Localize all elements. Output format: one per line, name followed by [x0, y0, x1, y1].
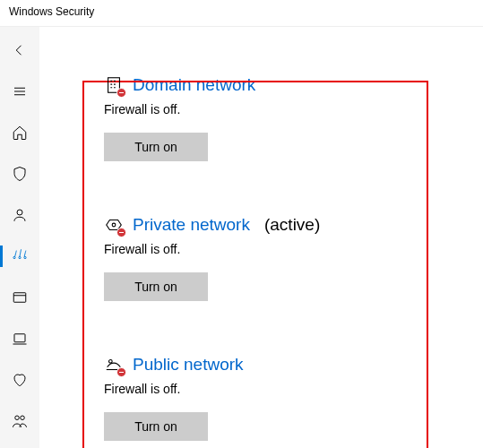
- svg-point-9: [112, 223, 116, 227]
- firewall-icon: [12, 248, 28, 264]
- svg-rect-4: [13, 293, 26, 303]
- menu-button[interactable]: [0, 73, 39, 109]
- main-content: Domain network Firewall is off. Turn on …: [39, 27, 483, 448]
- hamburger-icon: [12, 83, 28, 99]
- sidebar-item-account[interactable]: [0, 197, 39, 233]
- network-section-public: Public network Firewall is off. Turn on: [104, 355, 483, 441]
- sidebar: [0, 27, 39, 448]
- device-security-icon: [12, 331, 28, 347]
- domain-network-link[interactable]: Domain network: [133, 75, 255, 95]
- status-off-icon: [116, 367, 126, 377]
- shield-icon: [12, 166, 28, 182]
- svg-point-7: [21, 416, 25, 420]
- family-icon: [12, 413, 28, 429]
- public-turn-on-button[interactable]: Turn on: [104, 412, 208, 441]
- status-off-icon: [116, 88, 126, 98]
- app-browser-icon: [12, 289, 28, 306]
- private-network-icon: [104, 215, 124, 235]
- svg-point-3: [24, 256, 26, 258]
- sidebar-item-app-browser[interactable]: [0, 280, 39, 315]
- sidebar-item-firewall[interactable]: [0, 238, 39, 274]
- svg-point-2: [19, 256, 21, 258]
- network-section-private: Private network (active) Firewall is off…: [104, 215, 483, 301]
- sidebar-item-device-security[interactable]: [0, 321, 39, 357]
- active-label: (active): [264, 215, 320, 235]
- svg-point-1: [13, 256, 15, 258]
- sidebar-item-home[interactable]: [0, 115, 39, 151]
- svg-point-6: [15, 416, 20, 420]
- heart-icon: [12, 372, 28, 388]
- private-turn-on-button[interactable]: Turn on: [104, 272, 208, 301]
- window-title: Windows Security: [0, 0, 483, 27]
- private-network-link[interactable]: Private network: [133, 215, 250, 235]
- domain-turn-on-button[interactable]: Turn on: [104, 133, 208, 161]
- home-icon: [12, 125, 28, 141]
- domain-status-text: Firewall is off.: [104, 102, 483, 116]
- svg-point-10: [109, 360, 113, 364]
- person-icon: [12, 207, 28, 223]
- sidebar-item-family[interactable]: [0, 403, 39, 439]
- public-status-text: Firewall is off.: [104, 382, 483, 396]
- private-status-text: Firewall is off.: [104, 242, 483, 256]
- back-arrow-icon: [12, 42, 28, 58]
- domain-network-icon: [104, 75, 124, 95]
- svg-point-0: [17, 210, 22, 215]
- back-button[interactable]: [0, 32, 39, 68]
- svg-rect-5: [14, 334, 25, 342]
- public-network-link[interactable]: Public network: [133, 355, 244, 375]
- sidebar-item-device-health[interactable]: [0, 362, 39, 398]
- sidebar-item-virus[interactable]: [0, 156, 39, 192]
- status-off-icon: [116, 228, 126, 237]
- public-network-icon: [104, 355, 124, 375]
- network-section-domain: Domain network Firewall is off. Turn on: [104, 75, 483, 161]
